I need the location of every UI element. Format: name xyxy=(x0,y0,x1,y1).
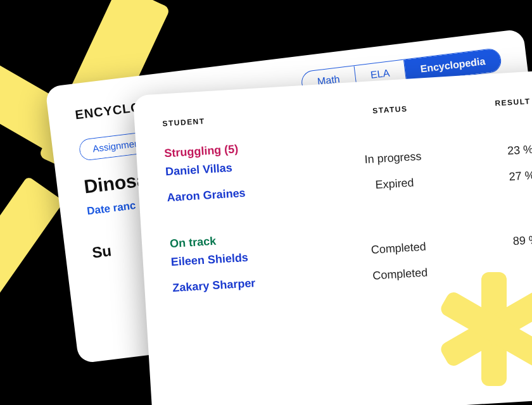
col-student: STUDENT xyxy=(162,109,327,128)
student-result: 23 % xyxy=(456,142,532,161)
col-status: STATUS xyxy=(327,101,453,118)
student-status: Expired xyxy=(331,173,459,194)
decorative-shape xyxy=(0,176,64,305)
student-status: In progress xyxy=(329,147,457,168)
student-name[interactable]: Eileen Shields xyxy=(170,246,336,269)
decorative-asterisk-icon xyxy=(437,272,532,386)
student-result xyxy=(464,265,532,270)
student-status: Completed xyxy=(335,238,462,259)
student-name[interactable]: Daniel Villas xyxy=(165,155,331,178)
table-header: STUDENT STATUS RESULT xyxy=(162,96,532,128)
student-result: 27 % xyxy=(457,168,532,187)
col-result: RESULT xyxy=(453,96,532,110)
student-name[interactable]: Aaron Graines xyxy=(167,181,332,204)
group-struggling: Struggling (5) Daniel Villas In progress… xyxy=(164,124,532,212)
student-result: 89 % xyxy=(461,233,532,251)
student-name[interactable]: Zakary Sharper xyxy=(172,271,338,295)
